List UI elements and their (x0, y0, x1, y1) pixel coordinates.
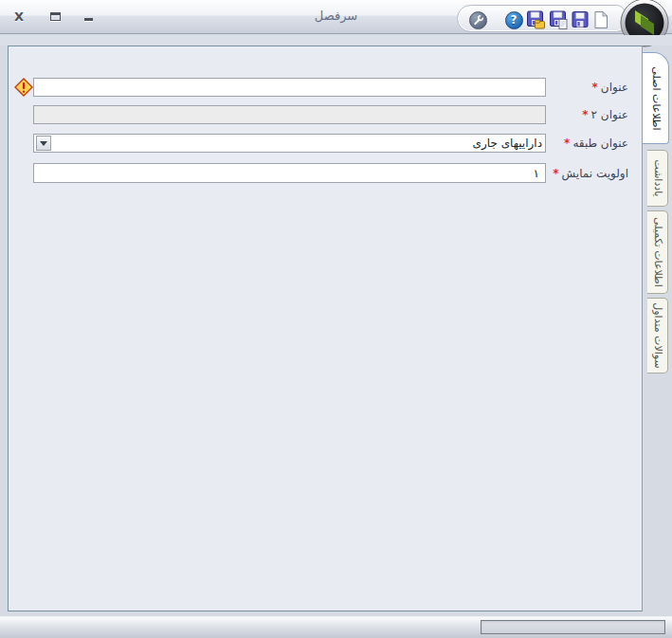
title2-label: عنوان ۲* (582, 108, 628, 121)
tab-additional-info[interactable]: اطلاعات تکمیلی (647, 210, 668, 294)
chevron-down-icon (40, 141, 47, 146)
class-title-combobox[interactable]: داراییهای جاری (33, 134, 546, 153)
tab-note[interactable]: یادداشت (647, 150, 668, 207)
save-and-new-button[interactable] (548, 9, 569, 30)
tools-button[interactable] (467, 9, 488, 30)
display-priority-label: اولویت نمایش* (553, 167, 628, 180)
help-button[interactable]: ? (503, 9, 524, 30)
header-strip (0, 35, 672, 46)
tab-main-info[interactable]: اطلاعات اصلی (643, 52, 669, 144)
floppy-folder-icon (525, 9, 546, 30)
required-marker: * (553, 167, 558, 180)
new-button[interactable] (590, 9, 611, 30)
required-marker: * (564, 137, 570, 150)
floppy-icon (570, 9, 590, 30)
validation-error-icon (14, 78, 33, 97)
title-bar: X سرفصل ? (0, 0, 672, 34)
class-title-label: عنوان طبقه* (564, 137, 628, 150)
title-input[interactable] (33, 78, 546, 97)
content-area: عنوان* عنوان ۲* داراییهای جاری عنوان طبق… (0, 46, 672, 611)
tab-faq[interactable]: سوالات متداول (647, 298, 668, 374)
app-window: X سرفصل ? (0, 0, 672, 638)
side-tab-strip: اطلاعات اصلی یادداشت اطلاعات تکمیلی سوال… (643, 46, 672, 611)
title-label: عنوان* (592, 81, 628, 94)
save-button[interactable] (570, 9, 590, 30)
floppy-page-icon (548, 9, 569, 30)
class-title-value: داراییهای جاری (473, 137, 542, 150)
title2-input (33, 105, 546, 124)
question-icon: ? (505, 11, 523, 29)
wrench-icon (469, 11, 487, 29)
status-bar (0, 616, 672, 638)
save-and-open-button[interactable] (525, 9, 546, 30)
status-panel (481, 620, 665, 634)
required-marker: * (592, 81, 598, 94)
blank-page-icon (590, 9, 611, 30)
required-marker: * (582, 108, 588, 121)
display-priority-input[interactable] (33, 163, 546, 183)
form-panel: عنوان* عنوان ۲* داراییهای جاری عنوان طبق… (8, 46, 643, 611)
combobox-dropdown-button[interactable] (36, 136, 51, 151)
toolbar: ? (457, 5, 626, 32)
